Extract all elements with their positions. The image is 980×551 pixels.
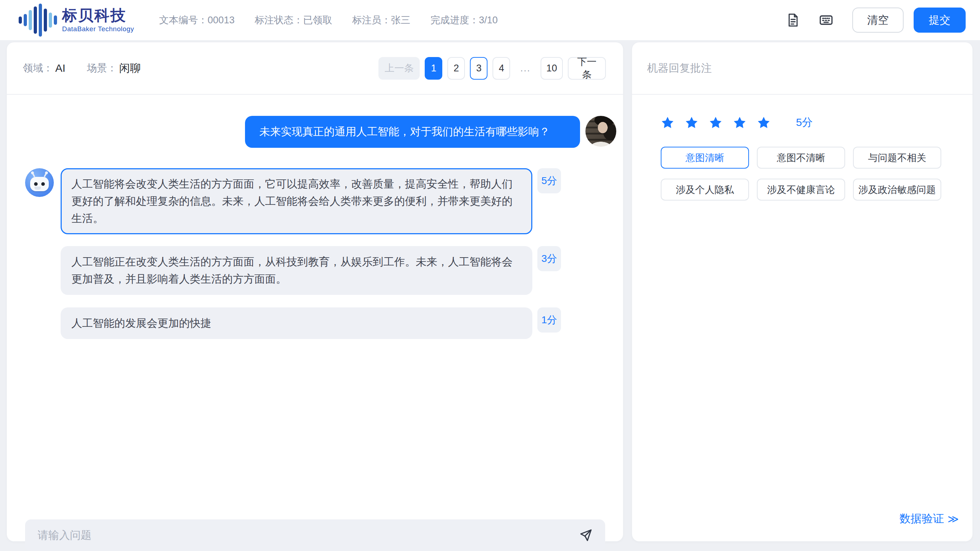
domain-meta: 领域： AI [23,61,65,75]
dialogue-panel: 领域： AI 场景： 闲聊 上一条 1 2 3 4 ... 10 下一条 [7,42,623,541]
robot-avatar [25,168,54,197]
user-message-row: 未来实现真正的通用人工智能，对于我们的生活有哪些影响？ [7,116,623,148]
pagination: 上一条 1 2 3 4 ... 10 下一条 [379,57,606,80]
tag-intent-unclear[interactable]: 意图不清晰 [757,147,845,169]
clear-button[interactable]: 清空 [852,8,904,33]
annotation-panel-title: 机器回复批注 [647,61,712,76]
bot-message-row: 人工智能的发展会更加的快捷 1分 [7,307,623,339]
bot-message-row: 人工智能将会改变人类生活的方方面面，它可以提高效率，改善质量，提高安全性，帮助人… [7,168,623,234]
text-id-meta: 文本编号：00013 [159,14,235,27]
page-button-3[interactable]: 3 [470,57,487,80]
data-verification-link[interactable]: 数据验证 ≫ [900,511,958,526]
task-meta: 文本编号：00013 标注状态：已领取 标注员：张三 完成进度：3/10 [159,14,498,27]
bot-message-bubble-3[interactable]: 人工智能的发展会更加的快捷 [60,307,532,339]
tag-intent-clear[interactable]: 意图清晰 [661,147,749,169]
brand-logo: 标贝科技 DataBaker Technology [19,3,134,37]
page-button-4[interactable]: 4 [493,57,510,80]
soundwave-logo-icon [19,3,57,37]
rating-score-label: 5分 [796,115,813,130]
star-icon[interactable] [733,116,746,129]
annotation-tags: 意图清晰 意图不清晰 与问题不相关 涉及个人隐私 涉及不健康言论 涉及政治敏感问… [661,147,944,201]
star-icon[interactable] [757,116,770,129]
bot-message-bubble-2[interactable]: 人工智能正在改变人类生活的方方面面，从科技到教育，从娱乐到工作。未来，人工智能将… [60,246,532,295]
page-button-2[interactable]: 2 [447,57,465,80]
scene-meta: 场景： 闲聊 [87,61,141,76]
tag-irrelevant[interactable]: 与问题不相关 [853,147,941,169]
question-input-bar [25,519,605,551]
bot-message-row: 人工智能正在改变人类生活的方方面面，从科技到教育，从娱乐到工作。未来，人工智能将… [7,246,623,295]
prev-item-button[interactable]: 上一条 [379,57,420,80]
keyboard-icon[interactable] [818,12,834,28]
score-badge-2: 3分 [537,246,561,271]
annotation-panel: 机器回复批注 5分 意图清晰 意图不清晰 与问题不相关 涉及个人隐私 涉及不健康… [632,42,972,541]
star-icon[interactable] [685,116,698,129]
tag-privacy[interactable]: 涉及个人隐私 [661,178,749,201]
star-icon[interactable] [709,116,722,129]
bot-message-bubble-1[interactable]: 人工智能将会改变人类生活的方方面面，它可以提高效率，改善质量，提高安全性，帮助人… [60,168,532,234]
score-badge-1: 5分 [537,168,561,193]
brand-subtitle: DataBaker Technology [62,25,134,32]
brand-name: 标贝科技 [62,8,134,23]
document-icon[interactable] [785,12,801,28]
star-rating: 5分 [661,115,944,130]
user-avatar [585,116,616,147]
annotation-status-meta: 标注状态：已领取 [255,14,332,27]
submit-button[interactable]: 提交 [914,8,966,33]
star-icon[interactable] [661,116,675,129]
page-ellipsis: ... [515,57,536,80]
question-input[interactable] [38,529,577,541]
send-icon[interactable] [577,527,594,544]
annotator-meta: 标注员：张三 [352,14,410,27]
tag-unhealthy-speech[interactable]: 涉及不健康言论 [757,178,845,201]
page-button-1[interactable]: 1 [425,57,442,80]
chat-area: 未来实现真正的通用人工智能，对于我们的生活有哪些影响？ [7,116,623,551]
progress-meta: 完成进度：3/10 [430,14,498,27]
next-item-button[interactable]: 下一条 [568,57,606,80]
double-chevron-right-icon: ≫ [948,513,958,525]
page-button-10[interactable]: 10 [541,57,563,80]
tag-political-sensitive[interactable]: 涉及政治敏感问题 [853,178,941,201]
score-badge-3: 1分 [537,307,561,333]
top-header: 标贝科技 DataBaker Technology 文本编号：00013 标注状… [0,0,980,40]
user-message-bubble: 未来实现真正的通用人工智能，对于我们的生活有哪些影响？ [245,116,580,148]
